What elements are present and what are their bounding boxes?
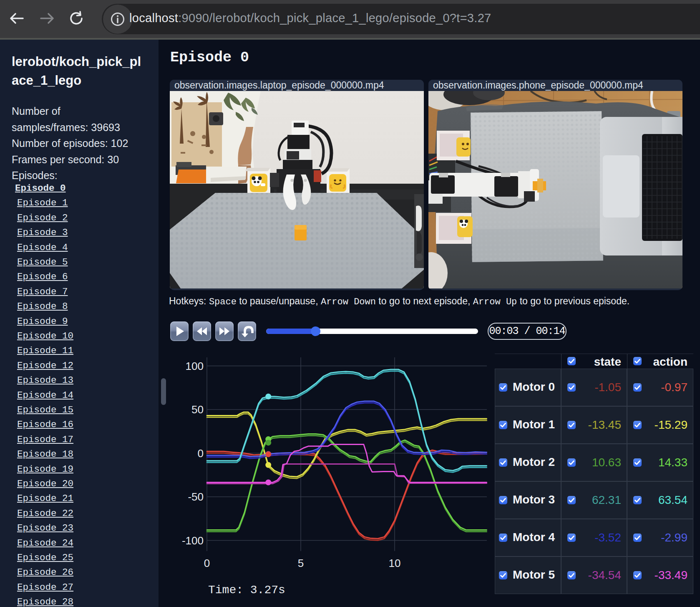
svg-text:50: 50 xyxy=(191,403,204,416)
svg-text:-100: -100 xyxy=(182,534,204,547)
svg-text:-50: -50 xyxy=(188,491,204,503)
svg-text:5: 5 xyxy=(298,557,304,569)
svg-text:0: 0 xyxy=(204,557,210,569)
svg-text:100: 100 xyxy=(186,360,204,372)
svg-text:0: 0 xyxy=(198,447,204,460)
svg-text:10: 10 xyxy=(389,557,401,569)
